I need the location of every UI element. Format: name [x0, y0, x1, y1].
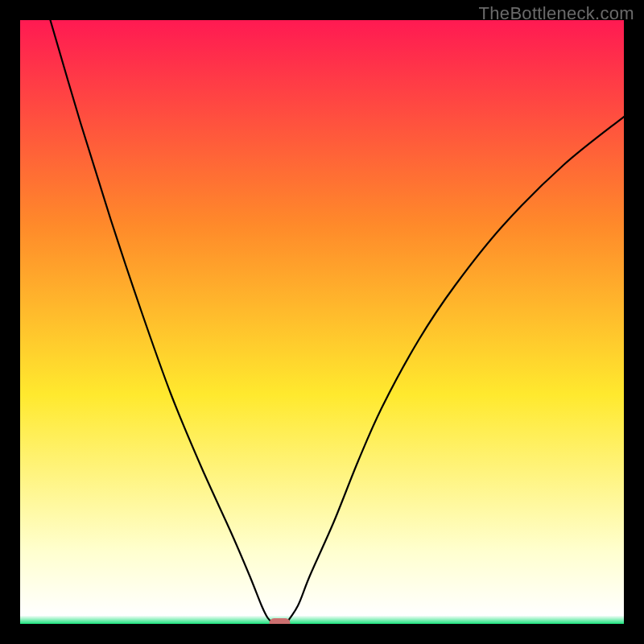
chart-container: TheBottleneck.com	[0, 0, 644, 644]
minimum-marker	[270, 618, 291, 624]
gradient-background	[20, 20, 624, 624]
chart-svg	[20, 20, 624, 624]
plot-area	[20, 20, 624, 624]
watermark-text: TheBottleneck.com	[479, 3, 634, 24]
